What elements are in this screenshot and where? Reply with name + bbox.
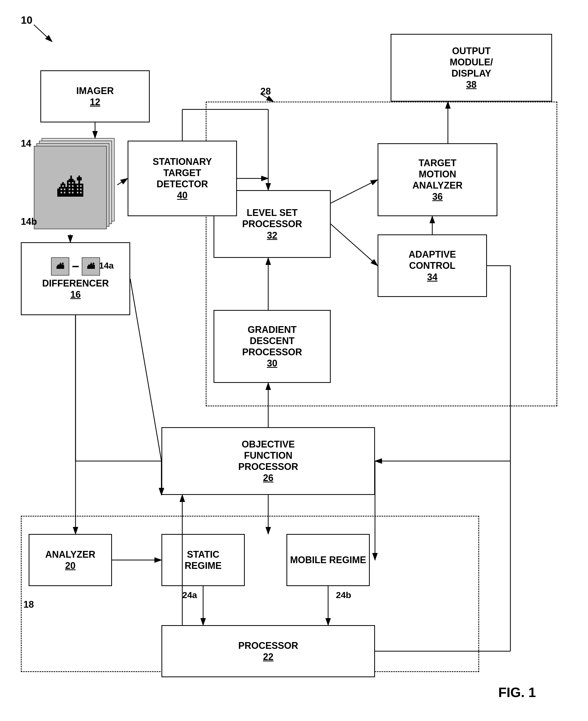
svg-line-29 (34, 25, 52, 42)
ref-18: 18 (23, 599, 34, 610)
processor-block: PROCESSOR 22 (162, 625, 375, 677)
obj-function-label: OBJECTIVEFUNCTIONPROCESSOR (238, 439, 298, 473)
imager-block: IMAGER 12 (40, 70, 150, 122)
differencer-num: 16 (70, 289, 81, 300)
mobile-regime-block: MOBILE REGIME (287, 534, 370, 586)
imager-num: 12 (90, 96, 100, 108)
fig-label: FIG. 1 (499, 684, 536, 700)
diagram: 10 IMAGER 12 🏙 14 14b 🏙 − 🏙 DIFFERENCER … (0, 0, 588, 721)
adaptive-num: 34 (427, 271, 438, 283)
ref-24a: 24a (182, 590, 197, 600)
output-block: OUTPUTMODULE/DISPLAY 38 (391, 34, 552, 102)
analyzer-label: ANALYZER (45, 549, 96, 560)
ref-14a: 14a (99, 261, 114, 271)
target-motion-num: 36 (432, 191, 443, 202)
level-set-label: LEVEL SETPROCESSOR (242, 207, 302, 229)
processor-num: 22 (263, 651, 273, 662)
image-stack: 🏙 (34, 138, 122, 234)
output-label: OUTPUTMODULE/DISPLAY (450, 45, 493, 79)
target-motion-block: TARGETMOTIONANALYZER 36 (378, 143, 497, 216)
adaptive-label: ADAPTIVECONTROL (408, 249, 456, 271)
svg-line-7 (130, 279, 162, 461)
static-regime-block: STATICREGIME (162, 534, 245, 586)
stationary-num: 40 (177, 190, 188, 201)
static-regime-label: STATICREGIME (185, 549, 222, 571)
ref-24b: 24b (336, 590, 351, 600)
ref-28: 28 (260, 86, 271, 97)
target-motion-label: TARGETMOTIONANALYZER (413, 157, 463, 191)
processor-label: PROCESSOR (238, 640, 298, 651)
gradient-block: GRADIENTDESCENTPROCESSOR 30 (213, 310, 331, 383)
differencer-block: 🏙 − 🏙 DIFFERENCER 16 (21, 242, 130, 315)
mobile-regime-label: MOBILE REGIME (290, 554, 366, 565)
adaptive-block: ADAPTIVECONTROL 34 (378, 234, 487, 297)
imager-label: IMAGER (76, 85, 114, 96)
differencer-label: DIFFERENCER (42, 278, 109, 289)
level-set-num: 32 (267, 230, 277, 241)
ref-10: 10 (21, 14, 33, 26)
obj-function-block: OBJECTIVEFUNCTIONPROCESSOR 26 (162, 427, 375, 495)
output-num: 38 (466, 79, 477, 90)
analyzer-block: ANALYZER 20 (29, 534, 112, 586)
ref-14b: 14b (21, 216, 37, 227)
stationary-block: STATIONARYTARGETDETECTOR 40 (128, 141, 237, 216)
ref-14: 14 (21, 138, 31, 149)
gradient-num: 30 (267, 358, 277, 369)
stationary-label: STATIONARYTARGETDETECTOR (153, 156, 212, 190)
analyzer-num: 20 (65, 560, 76, 571)
gradient-label: GRADIENTDESCENTPROCESSOR (242, 324, 302, 358)
obj-function-num: 26 (263, 472, 273, 483)
